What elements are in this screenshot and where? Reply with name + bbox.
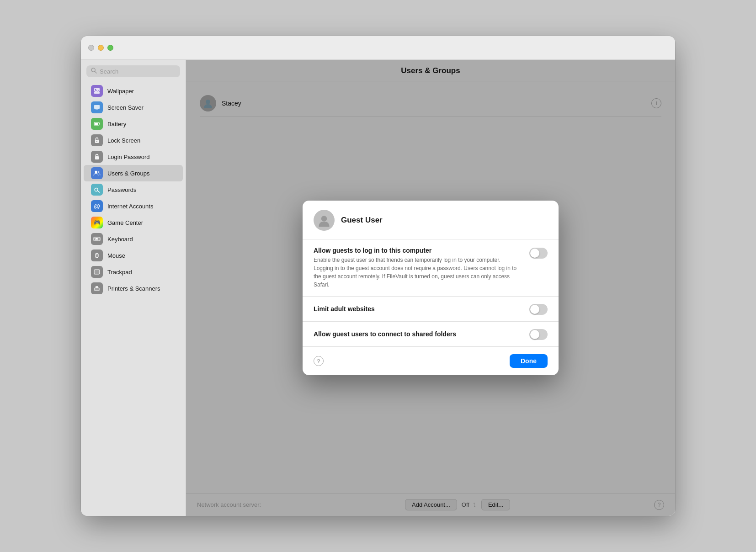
limit-adult-label: Limit adult websites (314, 305, 375, 313)
svg-rect-16 (94, 237, 100, 241)
limit-adult-toggle-knob (530, 305, 539, 314)
svg-rect-23 (94, 270, 100, 274)
guest-user-dialog: Guest User Allow guests to log in to thi… (303, 201, 559, 375)
titlebar (81, 36, 675, 60)
toggle-knob (530, 249, 539, 258)
svg-rect-26 (96, 289, 98, 289)
game-center-icon: 🎮 (91, 217, 103, 228)
sidebar-item-label-internet-accounts: Internet Accounts (107, 203, 153, 210)
dialog-help-label: ? (317, 358, 320, 365)
battery-icon (91, 118, 103, 130)
sidebar-item-game-center[interactable]: 🎮 Game Center (84, 214, 183, 231)
svg-rect-19 (97, 238, 98, 239)
limit-adult-section: Limit adult websites Allow guest users t… (303, 297, 559, 347)
lock-screen-icon (91, 134, 103, 146)
svg-rect-20 (95, 239, 98, 240)
dialog-footer: ? Done (303, 347, 559, 375)
dialog-header: Guest User (303, 201, 559, 239)
sidebar-item-passwords[interactable]: Passwords (84, 181, 183, 198)
svg-point-13 (98, 171, 100, 173)
search-bar[interactable]: Search (86, 65, 180, 77)
wallpaper-icon (91, 85, 103, 97)
svg-line-15 (98, 191, 100, 193)
window-content: Search Wallpaper Screen Saver Battery (81, 60, 675, 516)
sidebar-item-label-battery: Battery (107, 121, 126, 127)
svg-rect-4 (94, 105, 100, 109)
sidebar-item-screen-saver[interactable]: Screen Saver (84, 99, 183, 116)
allow-shared-folders-row: Allow guest users to connect to shared f… (303, 321, 559, 346)
guest-user-name-label: Guest User (341, 216, 383, 225)
done-button[interactable]: Done (510, 354, 548, 368)
main-content: Users & Groups Stacey i (186, 60, 675, 516)
sidebar-item-label-wallpaper: Wallpaper (107, 88, 134, 95)
sidebar-item-wallpaper[interactable]: Wallpaper (84, 83, 183, 99)
sidebar-item-trackpad[interactable]: Trackpad (84, 264, 183, 280)
allow-shared-folders-toggle[interactable] (529, 329, 548, 340)
sidebar-item-label-mouse: Mouse (107, 252, 125, 259)
allow-guests-content: Allow guests to log in to this computer … (314, 247, 529, 289)
allow-shared-folders-label: Allow guest users to connect to shared f… (314, 330, 456, 338)
guest-user-avatar (314, 210, 335, 231)
allow-shared-toggle-knob (530, 330, 539, 339)
svg-rect-7 (99, 123, 100, 124)
main-window: Search Wallpaper Screen Saver Battery (81, 36, 675, 516)
limit-adult-toggle[interactable] (529, 304, 548, 315)
search-placeholder: Search (100, 68, 118, 75)
internet-accounts-icon: @ (91, 200, 103, 212)
sidebar-item-label-keyboard: Keyboard (107, 236, 133, 243)
sidebar-item-label-game-center: Game Center (107, 219, 143, 226)
sidebar-item-label-lock-screen: Lock Screen (107, 137, 140, 144)
sidebar-item-users-groups[interactable]: Users & Groups (84, 165, 183, 181)
maximize-button[interactable] (107, 45, 113, 51)
sidebar-item-label-printers-scanners: Printers & Scanners (107, 285, 160, 292)
svg-rect-8 (95, 123, 98, 125)
allow-guests-row: Allow guests to log in to this computer … (303, 239, 559, 296)
svg-rect-27 (96, 290, 97, 290)
printers-scanners-icon (91, 282, 103, 294)
allow-guests-toggle[interactable] (529, 248, 548, 259)
sidebar-item-mouse[interactable]: Mouse (84, 247, 183, 264)
limit-adult-row: Limit adult websites (303, 297, 559, 321)
svg-rect-25 (96, 286, 98, 288)
passwords-icon (91, 184, 103, 196)
svg-line-1 (95, 71, 96, 73)
trackpad-icon (91, 266, 103, 278)
sidebar: Search Wallpaper Screen Saver Battery (81, 60, 186, 516)
minimize-button[interactable] (98, 45, 104, 51)
svg-point-10 (96, 141, 97, 142)
sidebar-item-label-users-groups: Users & Groups (107, 170, 149, 177)
svg-rect-18 (96, 238, 97, 239)
close-button[interactable] (88, 45, 94, 51)
dialog-help-button[interactable]: ? (314, 356, 324, 366)
sidebar-item-battery[interactable]: Battery (84, 116, 183, 132)
svg-rect-17 (95, 238, 96, 239)
allow-guests-description: Enable the guest user so that friends ca… (314, 256, 520, 289)
sidebar-item-label-login-password: Login Password (107, 154, 150, 160)
sidebar-item-keyboard[interactable]: Keyboard (84, 231, 183, 247)
login-password-icon (91, 151, 103, 163)
sidebar-item-login-password[interactable]: Login Password (84, 149, 183, 165)
svg-rect-5 (96, 109, 98, 110)
search-icon (91, 68, 97, 75)
sidebar-item-label-screen-saver: Screen Saver (107, 104, 144, 111)
allow-guests-title: Allow guests to log in to this computer (314, 247, 520, 254)
svg-rect-11 (95, 156, 99, 159)
svg-point-12 (95, 171, 97, 173)
users-groups-icon (91, 167, 103, 179)
mouse-icon (91, 249, 103, 261)
traffic-lights (88, 45, 113, 51)
sidebar-item-label-trackpad: Trackpad (107, 269, 132, 276)
sidebar-item-printers-scanners[interactable]: Printers & Scanners (84, 280, 183, 297)
sidebar-item-internet-accounts[interactable]: @ Internet Accounts (84, 198, 183, 214)
dialog-overlay: Guest User Allow guests to log in to thi… (186, 60, 675, 516)
screen-saver-icon (91, 101, 103, 113)
keyboard-icon (91, 233, 103, 245)
allow-guests-section: Allow guests to log in to this computer … (303, 239, 559, 297)
sidebar-item-lock-screen[interactable]: Lock Screen (84, 132, 183, 149)
sidebar-item-label-passwords: Passwords (107, 186, 137, 193)
svg-point-30 (321, 216, 327, 221)
